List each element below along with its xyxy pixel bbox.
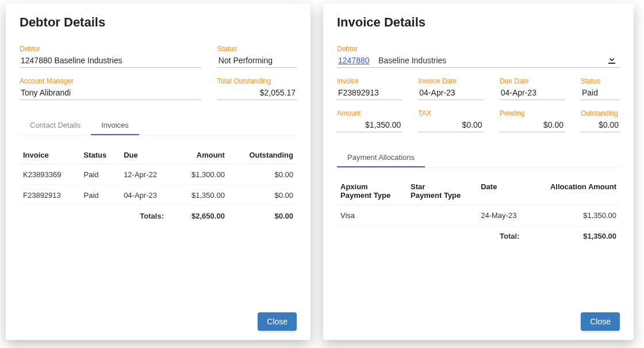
field-total-outstanding: $2,055.17	[217, 86, 297, 100]
label-account-manager: Account Manager	[20, 77, 201, 85]
debtor-details-dialog: Debtor Details Debtor 1247880 Baseline I…	[6, 3, 310, 340]
debtor-tabs: Contact Details Invoices	[20, 115, 297, 136]
cell-invoice: K23893369	[20, 165, 80, 185]
field-status: Paid	[581, 86, 620, 100]
cell-outstanding: $0.00	[228, 185, 297, 206]
cell-alloc-amount: $1,350.00	[530, 205, 620, 225]
col-invoice: Invoice	[20, 146, 80, 165]
invoice-details-dialog: Invoice Details Debtor 1247880 Baseline …	[323, 3, 634, 340]
invoice-details-title: Invoice Details	[337, 15, 620, 30]
label-pending: Pending	[500, 109, 565, 117]
table-row[interactable]: F23892913 Paid 04-Apr-23 $1,350.00 $0.00	[20, 185, 297, 206]
cell-invoice: F23892913	[20, 185, 80, 206]
label-debtor: Debtor	[20, 45, 201, 53]
close-button[interactable]: Close	[258, 312, 297, 331]
cell-outstanding: $0.00	[228, 165, 297, 185]
col-amount: Amount	[174, 146, 228, 165]
label-debtor: Debtor	[337, 45, 620, 53]
tab-payment-allocations[interactable]: Payment Allocations	[337, 147, 425, 167]
cell-apxium-type: Visa	[337, 205, 407, 225]
label-invoice-date: Invoice Date	[418, 77, 483, 85]
label-total-outstanding: Total Outstanding	[217, 77, 297, 85]
field-tax: $0.00	[418, 118, 483, 132]
cell-star-type	[407, 205, 477, 225]
cell-due: 12-Apr-22	[120, 165, 174, 185]
invoices-table: Invoice Status Due Amount Outstanding K2…	[20, 146, 297, 226]
totals-amount: $2,650.00	[174, 206, 228, 227]
field-debtor: 1247880 Baseline Industries	[337, 54, 620, 68]
field-outstanding: $0.00	[581, 118, 620, 132]
field-due-date: 04-Apr-23	[500, 86, 565, 100]
table-row[interactable]: K23893369 Paid 12-Apr-22 $1,300.00 $0.00	[20, 165, 297, 185]
field-invoice: F23892913	[337, 86, 402, 100]
table-row[interactable]: Visa 24-May-23 $1,350.00	[337, 205, 620, 225]
label-invoice: Invoice	[337, 77, 402, 85]
label-tax: TAX	[418, 109, 483, 117]
cell-status: Paid	[80, 185, 121, 206]
download-icon[interactable]	[606, 54, 618, 67]
col-date: Date	[477, 178, 530, 205]
totals-label: Totals:	[120, 206, 174, 227]
tab-contact-details[interactable]: Contact Details	[20, 115, 91, 135]
label-status: Status	[217, 45, 297, 53]
totals-outstanding: $0.00	[228, 206, 297, 227]
field-pending: $0.00	[500, 118, 565, 132]
field-status: Not Performing	[217, 54, 297, 68]
field-amount: $1,350.00	[337, 118, 402, 132]
field-debtor: 1247880 Baseline Industries	[20, 54, 201, 68]
tab-invoices[interactable]: Invoices	[91, 115, 139, 135]
col-star-type: Star Payment Type	[407, 178, 477, 205]
col-alloc-amount: Allocation Amount	[530, 178, 620, 205]
label-outstanding: Outstanding	[581, 109, 620, 117]
field-account-manager: Tony Alibrandi	[20, 86, 201, 100]
cell-amount: $1,300.00	[174, 165, 228, 185]
close-button[interactable]: Close	[581, 312, 620, 331]
label-due-date: Due Date	[500, 77, 565, 85]
allocations-table: Apxium Payment Type Star Payment Type Da…	[337, 178, 620, 246]
field-invoice-date: 04-Apr-23	[418, 86, 483, 100]
cell-status: Paid	[80, 165, 121, 185]
col-outstanding: Outstanding	[228, 146, 297, 165]
col-apxium-type: Apxium Payment Type	[337, 178, 407, 205]
invoice-tabs: Payment Allocations	[337, 147, 620, 168]
total-label: Total:	[477, 225, 530, 246]
debtor-details-title: Debtor Details	[20, 15, 297, 30]
debtor-name: Baseline Industries	[378, 56, 446, 65]
col-due: Due	[120, 146, 174, 165]
col-status: Status	[80, 146, 121, 165]
debtor-code-link[interactable]: 1247880	[338, 56, 370, 65]
cell-due: 04-Apr-23	[120, 185, 174, 206]
cell-amount: $1,350.00	[174, 185, 228, 206]
total-amount: $1,350.00	[530, 225, 620, 246]
label-status: Status	[581, 77, 620, 85]
label-amount: Amount	[337, 109, 402, 117]
cell-date: 24-May-23	[477, 205, 530, 225]
